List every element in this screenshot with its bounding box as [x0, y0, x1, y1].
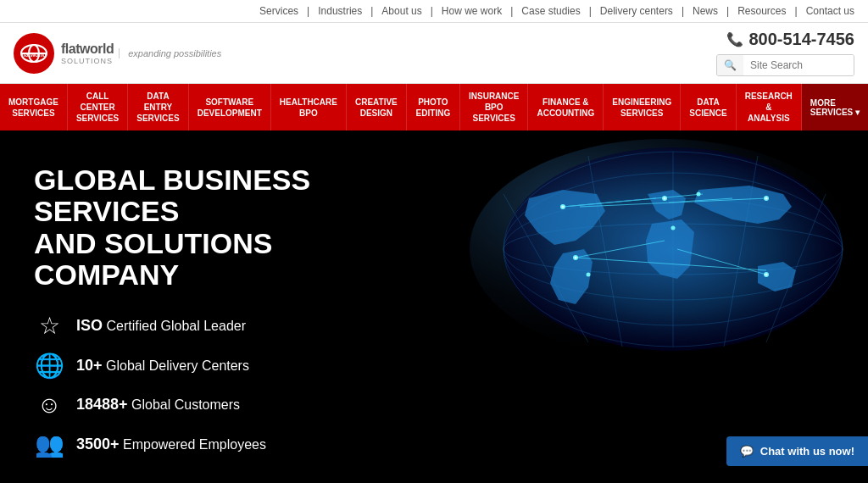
- globe-icon: 🌐: [34, 352, 64, 380]
- hero-stats: ☆ ISO Certified Global Leader 🌐 10+ Glob…: [34, 312, 424, 458]
- rednav-finance[interactable]: FINANCE &ACCOUNTING: [528, 84, 604, 130]
- stat-customers: ☺ 18488+ Global Customers: [34, 391, 424, 419]
- nav-delivery[interactable]: Delivery centers: [600, 5, 673, 17]
- rednav-insurance[interactable]: INSURANCEBPO SERVICES: [460, 84, 528, 130]
- svg-point-32: [765, 197, 768, 200]
- search-box: 🔍: [716, 54, 854, 76]
- chat-icon: 💬: [740, 445, 754, 458]
- header: flatworld flatworld solutions expanding …: [0, 23, 868, 84]
- rednav-dataentry[interactable]: DATA ENTRYSERVICES: [128, 84, 188, 130]
- phone-icon: 📞: [726, 31, 743, 47]
- chat-label: Chat with us now!: [760, 445, 854, 458]
- rednav-healthcare[interactable]: HEALTHCAREBPO: [271, 84, 347, 130]
- star-icon: ☆: [34, 312, 64, 340]
- svg-point-34: [575, 257, 577, 259]
- logo-icon: flatworld: [14, 33, 54, 74]
- svg-point-28: [671, 226, 676, 230]
- nav-contact[interactable]: Contact us: [806, 5, 854, 17]
- logo-text: flatworld solutions: [54, 42, 114, 65]
- rednav-creative[interactable]: CREATIVEDESIGN: [347, 84, 407, 130]
- stat-delivery: 🌐 10+ Global Delivery Centers: [34, 352, 424, 380]
- globe-image: [376, 130, 868, 368]
- svg-point-29: [587, 273, 591, 277]
- red-nav: MORTGAGESERVICES CALL CENTERSERVICES DAT…: [0, 84, 868, 130]
- hero-section: GLOBAL BUSINESS SERVICES AND SOLUTIONS C…: [0, 130, 868, 483]
- search-icon-btn[interactable]: 🔍: [717, 55, 743, 75]
- nav-industries[interactable]: Industries: [318, 5, 362, 17]
- stat-iso: ☆ ISO Certified Global Leader: [34, 312, 424, 340]
- svg-point-30: [562, 206, 565, 208]
- svg-point-33: [765, 274, 768, 276]
- logo-area: flatworld flatworld solutions expanding …: [14, 33, 221, 74]
- phone-row: 📞 800-514-7456: [726, 30, 854, 49]
- nav-resources[interactable]: Resources: [737, 5, 786, 17]
- hero-title-line1: GLOBAL BUSINESS SERVICES: [34, 164, 310, 227]
- smile-icon: ☺: [34, 391, 64, 419]
- chat-widget[interactable]: 💬 Chat with us now!: [726, 436, 868, 466]
- nav-news[interactable]: News: [693, 5, 718, 17]
- hero-title-line2: AND SOLUTIONS COMPANY: [34, 227, 272, 291]
- top-nav-links: Services | Industries | About us | How w…: [259, 5, 854, 17]
- nav-about[interactable]: About us: [381, 5, 421, 17]
- svg-point-27: [697, 192, 701, 197]
- nav-how[interactable]: How we work: [442, 5, 502, 17]
- svg-text:flatworld: flatworld: [21, 52, 46, 58]
- stat-employees: 👥 3500+ Empowered Employees: [34, 430, 424, 458]
- rednav-engineering[interactable]: ENGINEERINGSERVICES: [604, 84, 681, 130]
- header-right: 📞 800-514-7456 🔍: [716, 30, 854, 76]
- logo-tagline: expanding possibilities: [119, 48, 221, 58]
- top-nav: Services | Industries | About us | How w…: [0, 0, 868, 23]
- search-input[interactable]: [743, 55, 854, 75]
- rednav-data[interactable]: DATASCIENCE: [681, 84, 736, 130]
- hero-title: GLOBAL BUSINESS SERVICES AND SOLUTIONS C…: [34, 164, 424, 291]
- rednav-photo[interactable]: PHOTOEDITING: [407, 84, 460, 130]
- logo[interactable]: flatworld flatworld solutions expanding …: [14, 33, 221, 74]
- phone-number: 800-514-7456: [748, 30, 854, 49]
- people-icon: 👥: [34, 430, 64, 458]
- rednav-research[interactable]: RESEARCH &ANALYSIS: [737, 84, 802, 130]
- hero-content: GLOBAL BUSINESS SERVICES AND SOLUTIONS C…: [34, 164, 424, 458]
- rednav-more[interactable]: MORESERVICES ▾: [802, 84, 868, 130]
- nav-services[interactable]: Services: [259, 5, 298, 17]
- rednav-callcenter[interactable]: CALL CENTERSERVICES: [68, 84, 128, 130]
- svg-point-31: [664, 197, 666, 200]
- rednav-mortgage[interactable]: MORTGAGESERVICES: [0, 84, 68, 130]
- rednav-software[interactable]: SOFTWAREDEVELOPMENT: [189, 84, 271, 130]
- nav-case[interactable]: Case studies: [521, 5, 580, 17]
